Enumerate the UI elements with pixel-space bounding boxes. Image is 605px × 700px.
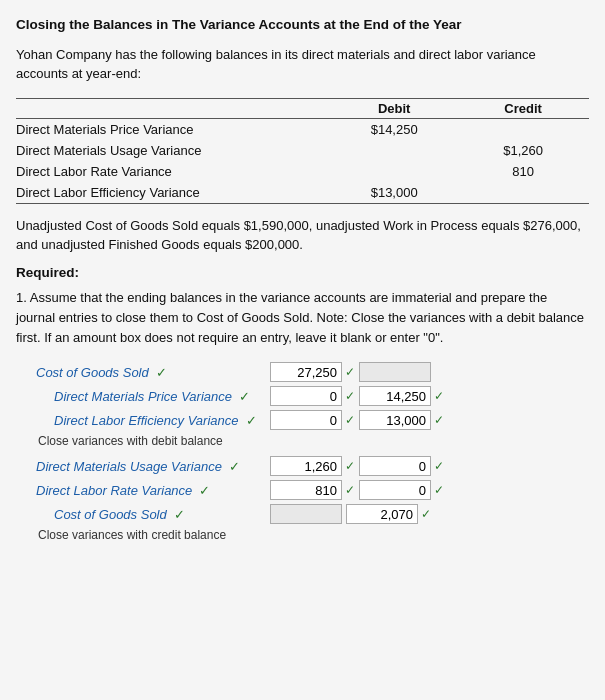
cogs2-debit-input[interactable]	[270, 504, 342, 524]
table-row: Cost of Goods Sold ✓ ✓	[36, 504, 589, 524]
dmpv-credit-col: ✓	[359, 386, 444, 406]
unadjusted-text: Unadjusted Cost of Goods Sold equals $1,…	[16, 216, 589, 255]
variance-row-credit: $1,260	[457, 140, 589, 161]
close-note-credit: Close variances with credit balance	[36, 528, 589, 542]
instruction-text: 1. Assume that the ending balances in th…	[16, 288, 589, 348]
dlev-credit-check: ✓	[434, 413, 444, 427]
debit-header: Debit	[331, 98, 457, 118]
dlev-check-icon: ✓	[246, 413, 257, 428]
table-row: Direct Labor Efficiency Variance ✓ ✓ ✓	[36, 410, 589, 430]
page-title: Closing the Balances in The Variance Acc…	[16, 16, 589, 35]
dlrv-credit-col: ✓	[359, 480, 444, 500]
dlev-debit-col: ✓	[270, 410, 355, 430]
dlrv-label: Direct Labor Rate Variance ✓	[36, 483, 266, 498]
dmuv-check-icon: ✓	[229, 459, 240, 474]
variance-row-debit: $14,250	[331, 118, 457, 140]
dlrv-debit-input[interactable]	[270, 480, 342, 500]
dlev-credit-input[interactable]	[359, 410, 431, 430]
dlrv-debit-check: ✓	[345, 483, 355, 497]
dmuv-credit-col: ✓	[359, 456, 444, 476]
dlrv-check-icon: ✓	[199, 483, 210, 498]
table-row: Direct Materials Price Variance ✓ ✓ ✓	[36, 386, 589, 406]
dmpv-label: Direct Materials Price Variance ✓	[36, 389, 266, 404]
cogs-debit-input[interactable]	[270, 362, 342, 382]
close-note-debit: Close variances with debit balance	[36, 434, 589, 448]
intro-text: Yohan Company has the following balances…	[16, 45, 589, 84]
variance-row-label: Direct Labor Rate Variance	[16, 161, 331, 182]
variance-row-label: Direct Labor Efficiency Variance	[16, 182, 331, 204]
cogs2-debit-col	[270, 504, 342, 524]
cogs-credit-label: Cost of Goods Sold ✓	[36, 507, 266, 522]
dmuv-label: Direct Materials Usage Variance ✓	[36, 459, 266, 474]
dlev-label: Direct Labor Efficiency Variance ✓	[36, 413, 266, 428]
dmuv-credit-check: ✓	[434, 459, 444, 473]
cogs2-credit-input[interactable]	[346, 504, 418, 524]
dlev-credit-col: ✓	[359, 410, 444, 430]
dmuv-credit-input[interactable]	[359, 456, 431, 476]
journal-group-debit-balance: Cost of Goods Sold ✓ ✓ Direct Materials …	[36, 362, 589, 448]
cogs-debit-col: ✓	[270, 362, 355, 382]
cogs2-credit-col: ✓	[346, 504, 431, 524]
table-row: Direct Materials Usage Variance ✓ ✓ ✓	[36, 456, 589, 476]
cogs-credit-col	[359, 362, 431, 382]
dlrv-credit-check: ✓	[434, 483, 444, 497]
variance-row-label: Direct Materials Price Variance	[16, 118, 331, 140]
variance-row-debit	[331, 161, 457, 182]
dmpv-credit-check: ✓	[434, 389, 444, 403]
cogs-credit-label-check: ✓	[174, 507, 185, 522]
variance-row-label: Direct Materials Usage Variance	[16, 140, 331, 161]
cogs-debit-check-icon: ✓	[156, 365, 167, 380]
cogs-credit-input[interactable]	[359, 362, 431, 382]
dmpv-debit-check: ✓	[345, 389, 355, 403]
dmuv-debit-input[interactable]	[270, 456, 342, 476]
variance-row-debit: $13,000	[331, 182, 457, 204]
table-row: Cost of Goods Sold ✓ ✓	[36, 362, 589, 382]
dlev-debit-input[interactable]	[270, 410, 342, 430]
dmuv-debit-check: ✓	[345, 459, 355, 473]
dlrv-credit-input[interactable]	[359, 480, 431, 500]
dlev-debit-check: ✓	[345, 413, 355, 427]
dlrv-debit-col: ✓	[270, 480, 355, 500]
cogs-debit-label: Cost of Goods Sold ✓	[36, 365, 266, 380]
dmpv-debit-input[interactable]	[270, 386, 342, 406]
variance-row-credit	[457, 118, 589, 140]
table-row: Direct Labor Rate Variance ✓ ✓ ✓	[36, 480, 589, 500]
cogs-debit-input-check: ✓	[345, 365, 355, 379]
variance-row-debit	[331, 140, 457, 161]
dmpv-credit-input[interactable]	[359, 386, 431, 406]
variance-row-credit: 810	[457, 161, 589, 182]
variance-row-credit	[457, 182, 589, 204]
dmpv-debit-col: ✓	[270, 386, 355, 406]
cogs2-credit-check: ✓	[421, 507, 431, 521]
required-label: Required:	[16, 265, 589, 280]
dmuv-debit-col: ✓	[270, 456, 355, 476]
credit-header: Credit	[457, 98, 589, 118]
journal-group-credit-balance: Direct Materials Usage Variance ✓ ✓ ✓ Di…	[36, 456, 589, 542]
dmpv-check-icon: ✓	[239, 389, 250, 404]
